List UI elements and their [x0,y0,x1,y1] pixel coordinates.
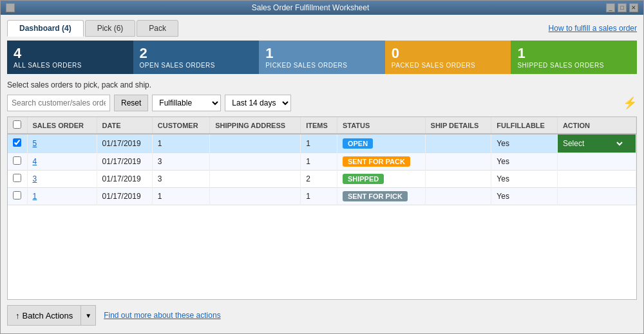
maximize-button[interactable]: □ [618,3,627,12]
tab-dashboard[interactable]: Dashboard (4) [7,20,84,37]
row4-action [557,188,636,205]
reset-button[interactable]: Reset [114,95,148,111]
metric-packed-sales-orders: 0 PACKED SALES ORDERS [385,41,511,74]
row2-checkbox[interactable] [13,156,21,165]
minimize-button[interactable]: _ [606,3,615,12]
header-sales-order: SALES ORDER [27,117,97,134]
row4-checkbox[interactable] [13,191,21,199]
row1-items: 1 [301,134,337,153]
help-link[interactable]: How to fulfill a sales order [549,24,637,33]
tab-pack[interactable]: Pack [137,20,178,37]
row4-fulfillable: Yes [491,188,558,205]
row1-sales-order: 5 [27,134,97,153]
header-checkbox [8,117,27,134]
row4-checkbox-cell [8,188,27,205]
metric-open-sales-orders: 2 OPEN SALES ORDERS [133,41,260,74]
top-bar: Dashboard (4) Pick (6) Pack How to fulfi… [7,20,637,37]
fulfillable-filter[interactable]: Fulfillable All Not Fulfillable [152,95,221,111]
status-badge-sent-pick: SENT FOR PICK [343,191,408,201]
metric-picked-sales-orders: 1 PICKED SALES ORDERS [259,41,385,74]
row3-action [557,171,636,188]
row2-ship-details [425,153,491,171]
status-badge-shipped: SHIPPED [343,174,384,184]
row1-customer: 1 [152,134,209,153]
row1-date: 01/17/2019 [97,134,152,153]
header-status: STATUS [337,117,425,134]
search-input[interactable] [7,95,110,111]
table-body: 5 01/17/2019 1 1 OPEN Yes Select [8,134,636,205]
metric-open-number: 2 [140,46,253,61]
tab-pick[interactable]: Pick (6) [85,20,136,37]
toolbar: Reset Fulfillable All Not Fulfillable La… [7,95,637,111]
footer: ↑ Batch Actions ▼ Find out more about th… [7,300,637,328]
row3-checkbox[interactable] [13,174,21,182]
row1-status: OPEN [337,134,425,153]
header-shipping-address: SHIPPING ADDRESS [210,117,301,134]
header-ship-details: SHIP DETAILS [425,117,491,134]
metric-shipped-label: SHIPPED SALES ORDERS [517,62,630,69]
row3-status: SHIPPED [337,171,425,188]
table-row: 5 01/17/2019 1 1 OPEN Yes Select [8,134,636,153]
row2-checkbox-cell [8,153,27,171]
metric-open-label: OPEN SALES ORDERS [140,62,253,69]
row1-action: Select Pick Pack Ship [557,134,636,153]
orders-table: SALES ORDER DATE CUSTOMER SHIPPING ADDRE… [8,117,636,205]
table-row: 1 01/17/2019 1 1 SENT FOR PICK Yes [8,188,636,205]
metrics-bar: 4 ALL SALES ORDERS 2 OPEN SALES ORDERS 1… [7,41,637,74]
instruction-text: Select sales orders to pick, pack and sh… [7,80,637,89]
row4-ship-details [425,188,491,205]
main-content: Dashboard (4) Pick (6) Pack How to fulfi… [1,15,643,333]
close-button[interactable]: ✕ [629,3,638,12]
metric-packed-number: 0 [392,46,505,61]
row1-checkbox-cell [8,134,27,153]
batch-actions-button[interactable]: ↑ Batch Actions [7,305,81,326]
row4-shipping-address [210,188,301,205]
row4-items: 1 [301,188,337,205]
window-title: Sales Order Fulfillment Worksheet [15,3,606,12]
row2-items: 1 [301,153,337,171]
batch-actions-dropdown[interactable]: ▼ [81,305,96,326]
upload-icon: ↑ [15,311,20,320]
header-date: DATE [97,117,152,134]
table-row: 3 01/17/2019 3 2 SHIPPED Yes [8,171,636,188]
status-badge-sent-pack: SENT FOR PACK [343,156,410,167]
header-items: ITEMS [301,117,337,134]
find-out-link[interactable]: Find out more about these actions [104,311,220,320]
row3-sales-order: 3 [27,171,97,188]
tabs: Dashboard (4) Pick (6) Pack [7,20,180,37]
status-badge-open: OPEN [343,138,373,149]
row2-customer: 3 [152,153,209,171]
row1-action-select[interactable]: Select Pick Pack Ship [560,136,625,151]
row3-date: 01/17/2019 [97,171,152,188]
row3-shipping-address [210,171,301,188]
metric-all-number: 4 [14,46,127,61]
metric-picked-label: PICKED SALES ORDERS [265,62,379,69]
header-customer: CUSTOMER [152,117,209,134]
window-controls[interactable]: _ □ ✕ [606,3,638,12]
select-all-checkbox[interactable] [13,120,21,129]
window-icon [6,3,15,12]
metric-packed-label: PACKED SALES ORDERS [392,62,505,69]
row1-shipping-address [210,134,301,153]
metric-all-label: ALL SALES ORDERS [14,62,127,69]
row3-items: 2 [301,171,337,188]
header-action: ACTION [557,117,636,134]
row3-checkbox-cell [8,171,27,188]
metric-picked-number: 1 [265,46,379,61]
row2-sales-order: 4 [27,153,97,171]
orders-table-container: SALES ORDER DATE CUSTOMER SHIPPING ADDRE… [7,116,637,300]
row3-fulfillable: Yes [491,171,558,188]
table-row: 4 01/17/2019 3 1 SENT FOR PACK Yes [8,153,636,171]
row4-customer: 1 [152,188,209,205]
header-fulfillable: FULFILLABLE [491,117,558,134]
row2-status: SENT FOR PACK [337,153,425,171]
date-filter[interactable]: Last 14 days Last 30 days Last 7 days Al… [225,95,291,111]
row2-fulfillable: Yes [491,153,558,171]
row3-ship-details [425,171,491,188]
title-bar: Sales Order Fulfillment Worksheet _ □ ✕ [1,1,643,15]
row1-checkbox[interactable] [13,138,21,147]
row4-date: 01/17/2019 [97,188,152,205]
lightning-icon[interactable]: ⚡ [623,96,637,110]
row2-date: 01/17/2019 [97,153,152,171]
batch-actions-label: Batch Actions [23,311,73,320]
